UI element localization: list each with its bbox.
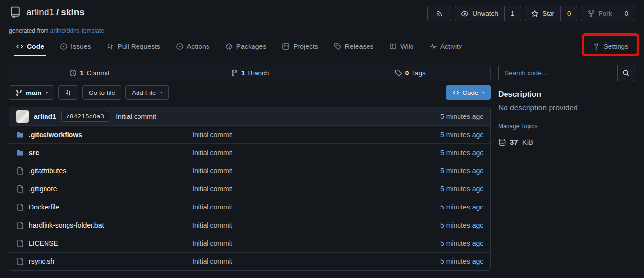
tab-pull-requests[interactable]: Pull Requests bbox=[99, 37, 166, 56]
tab-packages-label: Packages bbox=[236, 43, 266, 50]
tag-icon bbox=[395, 70, 402, 77]
commit-message-link[interactable]: Initial commit bbox=[116, 113, 156, 120]
commit-hash-link[interactable]: c84215d0a3 bbox=[61, 111, 109, 122]
repo-size-unit: KiB bbox=[522, 138, 533, 146]
repo-main-column: 1 Commit 1 Branch 0 Tags bbox=[9, 65, 491, 271]
star-count[interactable]: 0 bbox=[560, 6, 577, 21]
tab-packages[interactable]: Packages bbox=[218, 37, 273, 56]
repo-header: arlind1/skins bbox=[9, 6, 635, 21]
chevron-down-icon: ▾ bbox=[46, 91, 48, 95]
branch-name: main bbox=[26, 89, 42, 96]
tab-actions-label: Actions bbox=[187, 43, 209, 50]
compare-icon bbox=[65, 89, 72, 96]
tab-wiki[interactable]: Wiki bbox=[382, 37, 420, 56]
tab-code[interactable]: Code bbox=[9, 37, 51, 56]
avatar[interactable] bbox=[16, 110, 29, 123]
tab-activity[interactable]: Activity bbox=[422, 37, 469, 56]
code-download-button[interactable]: Code ▾ bbox=[446, 85, 491, 100]
tab-wiki-label: Wiki bbox=[400, 43, 413, 50]
clock-icon bbox=[69, 70, 77, 77]
add-file-button[interactable]: Add File ▾ bbox=[125, 85, 169, 100]
go-to-file-label: Go to file bbox=[89, 89, 115, 96]
commits-count: 1 bbox=[80, 70, 84, 77]
commits-label: Commit bbox=[87, 70, 110, 77]
settings-wrench-icon bbox=[592, 43, 600, 50]
file-commit-message-link[interactable]: Initial commit bbox=[192, 203, 232, 211]
repo-name-link[interactable]: skins bbox=[61, 7, 85, 17]
file-mod-time: 5 minutes ago bbox=[440, 257, 483, 265]
tab-activity-label: Activity bbox=[440, 43, 462, 50]
manage-topics-link[interactable]: Manage Topics bbox=[498, 123, 635, 130]
template-repo-icon bbox=[9, 6, 22, 19]
code-search bbox=[498, 65, 635, 81]
tags-stat[interactable]: 0 Tags bbox=[330, 65, 490, 81]
nav-tabs: Code Issues Pull Requests bbox=[9, 37, 469, 56]
file-mod-time: 5 minutes ago bbox=[440, 185, 483, 193]
fork-button[interactable]: Fork 0 bbox=[581, 6, 635, 21]
add-file-label: Add File bbox=[132, 89, 156, 96]
file-commit-message-link[interactable]: Initial commit bbox=[192, 239, 232, 247]
search-icon bbox=[622, 70, 630, 77]
branches-stat[interactable]: 1 Branch bbox=[170, 65, 330, 81]
file-name-link[interactable]: src bbox=[29, 149, 39, 157]
repo-stats-bar: 1 Commit 1 Branch 0 Tags bbox=[9, 65, 491, 81]
table-row: hardlink-songs-folder.bat Initial commit… bbox=[9, 216, 490, 234]
rss-button[interactable] bbox=[427, 6, 451, 21]
unwatch-label: Unwatch bbox=[472, 10, 498, 17]
search-code-input[interactable] bbox=[498, 65, 617, 81]
code-button-label: Code bbox=[462, 89, 478, 96]
tab-settings[interactable]: Settings bbox=[585, 37, 635, 56]
file-commit-message-link[interactable]: Initial commit bbox=[192, 257, 232, 265]
template-repo-link[interactable]: arlind/skins-template bbox=[50, 27, 104, 34]
fork-count[interactable]: 0 bbox=[618, 6, 635, 21]
issue-icon bbox=[60, 43, 68, 50]
tab-releases[interactable]: Releases bbox=[327, 37, 380, 56]
table-row: src Initial commit 5 minutes ago bbox=[9, 143, 490, 162]
search-button[interactable] bbox=[617, 65, 635, 81]
unwatch-button[interactable]: Unwatch 1 bbox=[455, 6, 521, 21]
file-commit-message-link[interactable]: Initial commit bbox=[192, 131, 232, 139]
tab-issues[interactable]: Issues bbox=[53, 37, 97, 56]
file-icon bbox=[16, 221, 24, 229]
star-button[interactable]: Star 0 bbox=[525, 6, 577, 21]
folder-icon bbox=[16, 149, 24, 157]
tab-releases-label: Releases bbox=[345, 43, 373, 50]
tab-issues-label: Issues bbox=[71, 43, 91, 50]
repo-sidebar: Description No description provided Mana… bbox=[498, 65, 635, 146]
commit-author-link[interactable]: arlind1 bbox=[34, 113, 56, 120]
branch-icon bbox=[231, 70, 238, 77]
commits-stat[interactable]: 1 Commit bbox=[9, 65, 170, 81]
tab-projects-label: Projects bbox=[293, 43, 318, 50]
file-name-link[interactable]: Dockerfile bbox=[29, 203, 59, 211]
tab-projects[interactable]: Projects bbox=[275, 37, 325, 56]
repo-owner-link[interactable]: arlind1 bbox=[26, 7, 54, 17]
file-commit-message-link[interactable]: Initial commit bbox=[192, 221, 232, 229]
file-commit-message-link[interactable]: Initial commit bbox=[192, 167, 232, 175]
compare-branches-button[interactable] bbox=[58, 85, 78, 100]
file-mod-time: 5 minutes ago bbox=[440, 167, 483, 175]
chevron-down-icon: ▾ bbox=[482, 91, 484, 95]
repo-breadcrumb: arlind1/skins bbox=[26, 7, 85, 18]
eye-icon bbox=[461, 10, 469, 18]
file-name-link[interactable]: .gitignore bbox=[29, 185, 57, 193]
file-commit-message-link[interactable]: Initial commit bbox=[192, 149, 232, 157]
tab-actions[interactable]: Actions bbox=[169, 37, 216, 56]
branch-selector[interactable]: main ▾ bbox=[9, 85, 54, 100]
table-row: .gitignore Initial commit 5 minutes ago bbox=[9, 180, 490, 198]
file-icon bbox=[16, 185, 24, 193]
table-row: .gitea/workflows Initial commit 5 minute… bbox=[9, 125, 490, 143]
generated-from-label: generated from bbox=[9, 27, 48, 34]
star-icon bbox=[531, 10, 539, 18]
file-commit-message-link[interactable]: Initial commit bbox=[192, 185, 232, 193]
watch-count[interactable]: 1 bbox=[504, 6, 521, 21]
file-name-link[interactable]: LICENSE bbox=[29, 239, 58, 247]
file-name-link[interactable]: rsync.sh bbox=[29, 257, 54, 265]
repo-size-value: 37 bbox=[510, 138, 518, 146]
file-icon bbox=[16, 167, 24, 175]
file-name-link[interactable]: .gitattributes bbox=[29, 167, 66, 175]
branches-count: 1 bbox=[241, 70, 245, 77]
fork-icon bbox=[587, 10, 595, 18]
go-to-file-button[interactable]: Go to file bbox=[82, 85, 121, 100]
file-name-link[interactable]: hardlink-songs-folder.bat bbox=[29, 221, 104, 229]
file-name-link[interactable]: .gitea/workflows bbox=[29, 131, 82, 139]
